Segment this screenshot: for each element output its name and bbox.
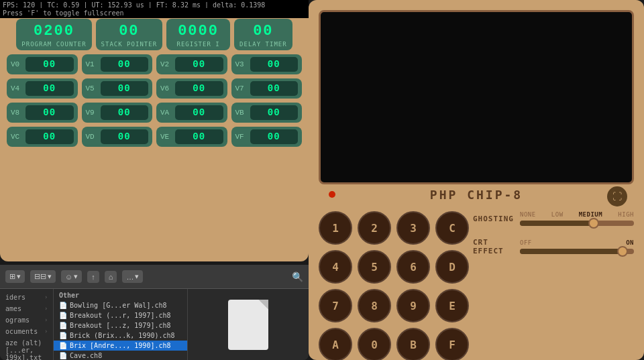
ghosting-label: GHOSTING — [473, 215, 520, 223]
key-button-1[interactable]: 1 — [319, 211, 352, 245]
ghosting-slider-container: NONE LOW MEDIUM HIGH — [520, 211, 634, 226]
ghosting-opt-medium: MEDIUM — [579, 211, 603, 218]
vreg-value-v3: 00 — [250, 57, 299, 72]
file-browser-toolbar: ⊞ ▾ ⊟⊟ ▾ ☺ ▾ ↑ ⌂ … ▾ 🔍 — [0, 265, 309, 289]
file-icon: 📄 — [59, 352, 67, 359]
file-item[interactable]: 📄 Cave.ch8 — [54, 351, 187, 360]
key-button-b[interactable]: B — [396, 328, 430, 360]
vreg-cell-v0: V0 00 — [7, 54, 78, 74]
more-toggle-button[interactable]: … ▾ — [122, 270, 143, 283]
file-name: Breakout (...r, 1997].ch8 — [70, 312, 171, 319]
key-button-8[interactable]: 8 — [358, 289, 391, 322]
vreg-value-v1: 00 — [101, 57, 149, 72]
view-grid-icon: ⊞ — [9, 272, 15, 281]
crt-control: CRT EFFECT OFF ON — [473, 238, 634, 255]
vreg-value-vc: 00 — [25, 129, 74, 144]
chevron-right-icon: › — [44, 306, 48, 312]
sidebar-item-maze-alt[interactable]: aze (alt) [...er, 199x].txt — [0, 337, 53, 360]
key-button-d[interactable]: D — [435, 250, 469, 284]
file-name: Brix [Andre..., 1990].ch8 — [70, 342, 171, 349]
preview-file-icon — [228, 300, 268, 350]
reg1-value: 0000 — [178, 23, 219, 40]
reg1-label: REGISTER I — [176, 41, 219, 48]
emoji-icon: ☺ — [65, 273, 72, 281]
debugger-panel: 0200 PROGRAM COUNTER 00 STACK POINTER 00… — [0, 0, 309, 261]
file-icon: 📄 — [59, 342, 67, 349]
hint-text: Press 'F' to toggle fullscreen — [3, 9, 124, 17]
file-icon: 📄 — [59, 332, 67, 339]
key-button-6[interactable]: 6 — [396, 250, 430, 284]
vreg-value-v7: 00 — [250, 81, 299, 96]
key-button-9[interactable]: 9 — [396, 289, 430, 322]
vreg-value-vd: 00 — [101, 129, 149, 144]
file-browser: ⊞ ▾ ⊟⊟ ▾ ☺ ▾ ↑ ⌂ … ▾ 🔍 iders › — [0, 265, 309, 360]
vreg-name-vd: VD — [86, 133, 98, 141]
search-button[interactable]: 🔍 — [292, 272, 303, 282]
pc-label: PROGRAM COUNTER — [21, 41, 86, 48]
vreg-value-va: 00 — [175, 105, 223, 120]
vreg-name-vb: VB — [235, 109, 248, 117]
emoji-toggle-button[interactable]: ☺ ▾ — [61, 270, 82, 283]
view-toggle-button[interactable]: ⊞ ▾ — [5, 270, 25, 283]
grid-icon: ⊟⊟ — [34, 272, 46, 281]
file-item[interactable]: 📄 Breakout [...z, 1979].ch8 — [54, 320, 187, 331]
keypad: 123C456D789EA0BF — [319, 211, 469, 360]
vreg-name-v3: V3 — [235, 60, 248, 68]
key-button-4[interactable]: 4 — [319, 250, 352, 284]
file-items-container: 📄 Bowling [G...er Wal].ch8 📄 Breakout (.… — [54, 300, 187, 360]
vreg-cell-v3: V3 00 — [231, 54, 303, 74]
vreg-value-ve: 00 — [175, 129, 223, 144]
vreg-cell-ve: VE 00 — [156, 127, 227, 147]
key-button-c[interactable]: C — [435, 211, 469, 245]
pc-value: 0200 — [34, 23, 74, 40]
fullscreen-button[interactable]: ⛶ — [607, 186, 627, 206]
key-button-2[interactable]: 2 — [358, 211, 391, 245]
ghosting-slider-track[interactable] — [520, 221, 634, 226]
delay-label: DELAY TIMER — [239, 41, 287, 48]
sidebar-item-games[interactable]: ames › — [0, 303, 53, 314]
vreg-value-v2: 00 — [175, 57, 223, 72]
key-button-0[interactable]: 0 — [358, 328, 391, 360]
key-button-f[interactable]: F — [435, 328, 469, 360]
vreg-cell-va: VA 00 — [156, 103, 227, 123]
vreg-name-v7: V7 — [235, 84, 248, 93]
sidebar-item-programs[interactable]: ograms › — [0, 314, 53, 326]
vreg-name-v5: V5 — [86, 84, 98, 93]
sidebar-item-folders[interactable]: iders › — [0, 292, 53, 303]
key-button-7[interactable]: 7 — [319, 289, 352, 322]
display-panel: PHP CHIP-8 ⛶ 123C456D789EA0BF GHOSTING N… — [309, 0, 644, 360]
file-section-header: Other — [54, 289, 187, 300]
key-button-5[interactable]: 5 — [358, 250, 391, 284]
ghosting-opt-low: LOW — [551, 211, 564, 218]
vreg-cell-v8: V8 00 — [7, 103, 78, 123]
crt-slider-track[interactable] — [520, 249, 634, 254]
vreg-cell-v4: V4 00 — [7, 78, 78, 99]
vreg-cell-vd: VD 00 — [82, 127, 153, 147]
ghosting-control: GHOSTING NONE LOW MEDIUM HIGH — [473, 211, 634, 226]
file-item[interactable]: 📄 Breakout (...r, 1997].ch8 — [54, 310, 187, 320]
key-button-a[interactable]: A — [319, 328, 352, 360]
ghosting-slider-thumb — [588, 218, 599, 229]
fullscreen-icon: ⛶ — [612, 191, 622, 202]
tag-toggle-button[interactable]: ⌂ — [105, 271, 117, 283]
sp-block: 00 STACK POINTER — [96, 19, 162, 50]
grid-toggle-button[interactable]: ⊟⊟ ▾ — [30, 270, 56, 283]
key-button-e[interactable]: E — [435, 289, 469, 322]
file-name: Cave.ch8 — [70, 352, 102, 359]
share-icon: ↑ — [91, 273, 95, 281]
ghosting-slider-fill — [520, 221, 594, 226]
file-item[interactable]: 📄 Brix [Andre..., 1990].ch8 — [54, 341, 187, 351]
vreg-name-v6: V6 — [160, 84, 172, 93]
grid-chevron-icon: ▾ — [48, 272, 52, 281]
file-list: Other 📄 Bowling [G...er Wal].ch8 📄 Break… — [54, 289, 188, 360]
crt-opt-off: OFF — [520, 239, 532, 246]
search-icon: 🔍 — [292, 272, 303, 282]
key-button-3[interactable]: 3 — [396, 211, 430, 245]
vreg-cell-v6: V6 00 — [156, 78, 227, 99]
vreg-name-v8: V8 — [11, 109, 23, 117]
share-toggle-button[interactable]: ↑ — [87, 271, 99, 283]
file-item[interactable]: 📄 Bowling [G...er Wal].ch8 — [54, 300, 187, 310]
vreg-name-ve: VE — [160, 133, 172, 141]
file-item[interactable]: 📄 Brick (Brix...k, 1990).ch8 — [54, 331, 187, 341]
sidebar-item-documents[interactable]: ocuments › — [0, 326, 53, 337]
